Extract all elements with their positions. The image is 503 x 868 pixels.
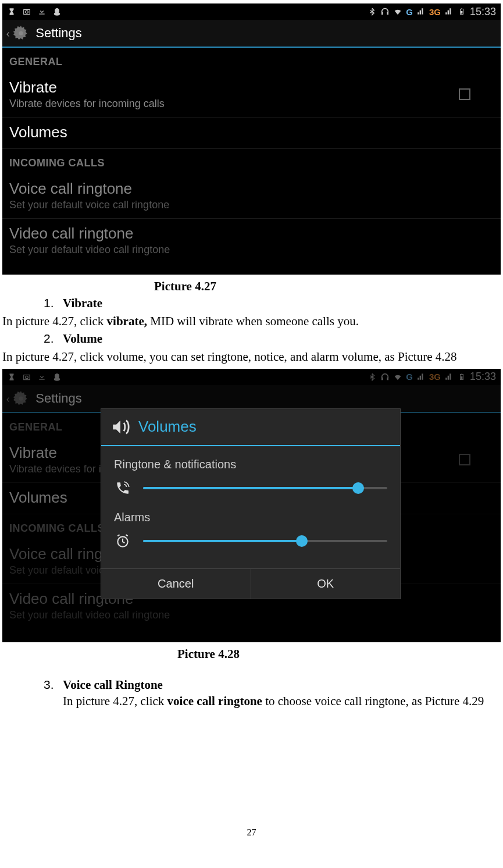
signal-icon-2 [444, 7, 454, 16]
setting-volumes-title: Volumes [9, 123, 494, 141]
app-header: ‹ Settings [2, 20, 501, 48]
headphones-icon [380, 7, 390, 16]
hourglass-icon [7, 7, 16, 16]
setting-vibrate[interactable]: Vibrate Vibrate devices for incoming cal… [2, 73, 501, 118]
svg-rect-6 [387, 12, 389, 15]
svg-point-4 [54, 12, 60, 15]
page-number: 27 [0, 827, 503, 838]
status-bar: G 3G 15:33 [2, 3, 501, 20]
setting-video-call-ringtone[interactable]: Video call ringtone Set your default vid… [2, 219, 501, 263]
list-item-2: 2. Volume [44, 332, 503, 346]
settings-icon [12, 24, 30, 42]
qq-icon [52, 7, 62, 16]
section-header-incoming: INCOMING CALLS [2, 149, 501, 174]
volumes-dialog: Volumes Ringtone & notifications Alarms [101, 408, 401, 599]
header-title: Settings [35, 26, 82, 41]
phone-ringing-icon [114, 479, 131, 497]
alarm-icon [114, 532, 131, 550]
svg-rect-5 [381, 12, 383, 15]
back-icon[interactable]: ‹ [6, 26, 10, 41]
setting-vibrate-title: Vibrate [9, 79, 459, 97]
caption-picture-4-27: Picture 4.27 [154, 279, 503, 294]
svg-rect-8 [461, 9, 462, 9]
screenshot-picture-4-27: G 3G 15:33 ‹ Settings GENE [2, 3, 501, 275]
setting-video-sub: Set your default video call ringtone [9, 244, 494, 256]
svg-rect-2 [39, 14, 44, 15]
list-number: 2. [44, 332, 63, 346]
camera-icon [22, 7, 31, 16]
bluetooth-icon [368, 7, 377, 16]
list-label-voice-ringtone: Voice call Ringtone [63, 678, 163, 692]
setting-voice-call-ringtone[interactable]: Voice call ringtone Set your default voi… [2, 174, 501, 219]
list-number: 3. [44, 678, 63, 692]
setting-voice-sub: Set your default voice call ringtone [9, 199, 494, 211]
list-label-volume: Volume [63, 332, 102, 346]
wifi-icon [393, 7, 402, 16]
svg-point-1 [26, 10, 28, 13]
list-number: 1. [44, 296, 63, 311]
setting-volumes[interactable]: Volumes [2, 118, 501, 149]
clock-time: 15:33 [470, 6, 496, 18]
ok-button[interactable]: OK [251, 569, 401, 599]
body-text-voice-ringtone: In picture 4.27, click voice call ringto… [63, 692, 501, 711]
3g-network-label: 3G [429, 7, 441, 17]
svg-rect-9 [461, 11, 462, 14]
alarms-label: Alarms [114, 511, 387, 524]
ringtone-notifications-label: Ringtone & notifications [114, 458, 387, 471]
vibrate-checkbox[interactable] [459, 88, 470, 100]
ringtone-slider[interactable] [143, 487, 387, 489]
screenshot-picture-4-28: G 3G 15:33 ‹ Settings GENERAL Vibrate Vi… [2, 369, 501, 642]
setting-video-title: Video call ringtone [9, 225, 494, 243]
setting-vibrate-sub: Vibrate devices for incoming calls [9, 98, 459, 110]
setting-voice-title: Voice call ringtone [9, 180, 494, 198]
list-label-vibrate: Vibrate [63, 296, 102, 311]
body-text-vibrate: In picture 4.27, click vibrate, MID will… [2, 313, 501, 329]
alarms-slider[interactable] [143, 540, 387, 542]
dialog-header: Volumes [101, 409, 400, 446]
download-icon [37, 7, 47, 16]
speaker-icon [110, 417, 130, 437]
dialog-title: Volumes [138, 418, 197, 436]
body-text-volume: In picture 4.27, click volume, you can s… [2, 348, 501, 365]
list-item-1: 1. Vibrate [44, 296, 503, 311]
list-item-3: 3. Voice call Ringtone [44, 678, 503, 692]
battery-icon [457, 7, 466, 16]
section-header-general: GENERAL [2, 48, 501, 73]
signal-icon [416, 7, 426, 16]
g-network-label: G [406, 7, 413, 17]
cancel-button[interactable]: Cancel [101, 569, 251, 599]
caption-picture-4-28: Picture 4.28 [177, 647, 503, 661]
